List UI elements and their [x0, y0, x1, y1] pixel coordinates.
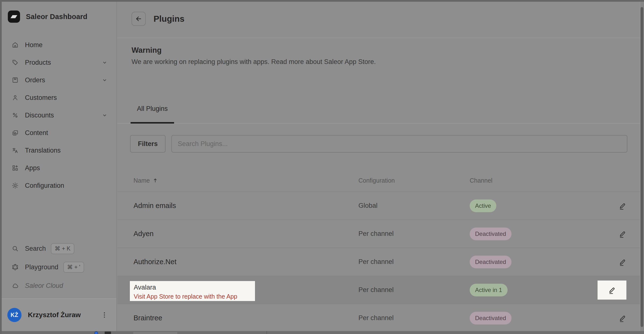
scrollbar-thumb[interactable] [640, 7, 643, 327]
status-badge: Deactivated [470, 312, 512, 325]
table-header-row: Name Configuration Channel [117, 169, 640, 192]
sidebar-item-home[interactable]: Home [8, 36, 112, 54]
edit-button-highlight [598, 281, 626, 300]
person-icon [11, 94, 19, 102]
search-icon [11, 245, 19, 252]
package-icon [11, 76, 19, 84]
page-title: Plugins [154, 14, 184, 24]
playground-shortcut-kbd: ⌘ + ' [63, 262, 84, 273]
search-label: Search [25, 245, 46, 252]
status-badge: Active [470, 199, 496, 212]
sidebar-item-label: Discounts [25, 112, 54, 119]
edit-plugin-button[interactable] [608, 286, 616, 294]
edit-plugin-button[interactable] [618, 314, 626, 322]
filters-button[interactable]: Filters [130, 135, 166, 153]
chevron-down-icon [102, 112, 108, 118]
tab-bar: All Plugins [117, 103, 640, 124]
background-window-sliver [0, 331, 644, 334]
playground-label: Playground [25, 263, 58, 271]
edit-plugin-button[interactable] [618, 202, 626, 210]
cloud-icon [11, 282, 19, 290]
window-sliver-fragment [133, 332, 177, 334]
sidebar-item-search[interactable]: Search ⌘ + K [8, 239, 112, 258]
plugin-configuration: Global [358, 202, 470, 209]
plugins-table: Name Configuration Channel Admin emails … [117, 169, 640, 332]
plugin-configuration: Per channel [358, 286, 470, 294]
pencil-icon [618, 202, 626, 210]
sidebar-item-products[interactable]: Products [8, 54, 112, 71]
sidebar-nav: Home Products Orders Customers Discounts… [8, 36, 112, 194]
search-shortcut-kbd: ⌘ + K [51, 243, 74, 254]
vertical-scrollbar [640, 2, 644, 331]
app-title: Saleor Dashboard [26, 13, 87, 21]
tab-label: All Plugins [137, 105, 168, 113]
user-menu-button[interactable] [101, 311, 108, 319]
sidebar-item-label: Configuration [25, 182, 64, 189]
window-sliver-fragment [105, 332, 111, 334]
home-icon [11, 41, 19, 49]
filter-row: Filters [130, 135, 627, 153]
sidebar-item-label: Apps [25, 164, 40, 172]
table-row-avalara[interactable]: Avalara Visit App Store to replace with … [117, 276, 640, 304]
sidebar: Saleor Dashboard Home Products Orders Cu… [0, 0, 117, 331]
edit-plugin-button[interactable] [618, 258, 626, 266]
saleor-logo-icon[interactable] [8, 10, 20, 23]
status-badge: Active in 1 [470, 284, 508, 296]
window-top-edge [0, 0, 644, 2]
warning-banner: Warning We are working on replacing plug… [132, 46, 620, 66]
plugin-configuration: Per channel [358, 314, 470, 322]
plugins-page: Plugins Warning We are working on replac… [117, 0, 640, 331]
gear-icon [11, 182, 19, 189]
plugin-name: Avalara [134, 284, 251, 291]
warning-title: Warning [132, 46, 620, 55]
translate-icon [11, 147, 19, 154]
saleor-logo-glyph [10, 15, 17, 18]
sort-ascending-icon [152, 177, 158, 183]
back-button[interactable] [132, 12, 146, 26]
column-header-configuration[interactable]: Configuration [358, 177, 470, 184]
pencil-icon [618, 258, 626, 266]
sidebar-item-playground[interactable]: Playground ⌘ + ' [8, 258, 112, 276]
tag-icon [11, 59, 19, 66]
column-header-name[interactable]: Name [134, 177, 358, 184]
user-section: KŻ Krzysztof Żuraw [0, 298, 116, 331]
table-row-braintree[interactable]: Braintree Per channel Deactivated [117, 304, 640, 332]
page-header: Plugins [117, 0, 640, 38]
plugin-name: Braintree [134, 314, 358, 322]
window-left-edge [0, 0, 2, 334]
sidebar-item-customers[interactable]: Customers [8, 89, 112, 106]
sidebar-item-saleor-cloud[interactable]: Saleor Cloud [8, 276, 112, 295]
plugin-name: Authorize.Net [134, 258, 358, 266]
avalara-highlight-card: Avalara Visit App Store to replace with … [130, 281, 255, 301]
sidebar-item-orders[interactable]: Orders [8, 71, 112, 89]
plugin-configuration: Per channel [358, 258, 470, 266]
sidebar-item-label: Home [25, 41, 42, 49]
pencil-icon [618, 314, 626, 322]
tab-all-plugins[interactable]: All Plugins [130, 102, 174, 124]
sidebar-item-label: Customers [25, 94, 57, 102]
saleor-cloud-label: Saleor Cloud [25, 282, 63, 290]
plugin-name: Admin emails [134, 202, 358, 210]
table-row-adyen[interactable]: Adyen Per channel Deactivated [117, 220, 640, 248]
visit-app-store-link[interactable]: Visit App Store to replace with the App [134, 293, 251, 300]
sidebar-item-label: Orders [25, 76, 45, 84]
app-logo-row: Saleor Dashboard [8, 10, 116, 23]
sidebar-item-configuration[interactable]: Configuration [8, 177, 112, 194]
table-row-authorize-net[interactable]: Authorize.Net Per channel Deactivated [117, 248, 640, 276]
sidebar-item-translations[interactable]: Translations [8, 142, 112, 159]
edit-plugin-button[interactable] [618, 230, 626, 238]
apps-grid-icon [11, 164, 19, 172]
plugin-name: Adyen [134, 230, 358, 238]
sidebar-utilities: Search ⌘ + K Playground ⌘ + ' Saleor Clo… [8, 239, 112, 295]
window-sliver-divider [266, 331, 267, 334]
table-row-admin-emails[interactable]: Admin emails Global Active [117, 192, 640, 220]
column-header-channel[interactable]: Channel [470, 177, 582, 184]
sidebar-item-content[interactable]: Content [8, 124, 112, 142]
user-name: Krzysztof Żuraw [28, 311, 81, 319]
sidebar-item-apps[interactable]: Apps [8, 159, 112, 177]
chevron-down-icon [102, 60, 108, 65]
warning-message: We are working on replacing plugins with… [132, 58, 620, 66]
search-plugins-input[interactable] [172, 135, 627, 153]
sidebar-item-label: Translations [25, 147, 61, 154]
sidebar-item-discounts[interactable]: Discounts [8, 106, 112, 124]
